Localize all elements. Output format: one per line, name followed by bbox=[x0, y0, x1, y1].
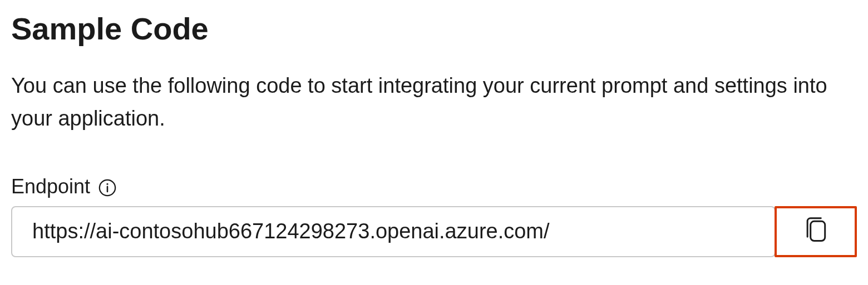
endpoint-input[interactable] bbox=[11, 206, 776, 257]
endpoint-row bbox=[11, 206, 857, 257]
info-icon[interactable] bbox=[98, 178, 117, 197]
svg-point-2 bbox=[107, 183, 108, 185]
description-text: You can use the following code to start … bbox=[11, 69, 846, 135]
page-title: Sample Code bbox=[11, 10, 857, 47]
endpoint-label: Endpoint bbox=[11, 175, 90, 198]
endpoint-label-row: Endpoint bbox=[11, 175, 857, 198]
svg-rect-3 bbox=[811, 222, 825, 241]
copy-icon bbox=[803, 216, 828, 247]
copy-button[interactable] bbox=[775, 206, 857, 257]
